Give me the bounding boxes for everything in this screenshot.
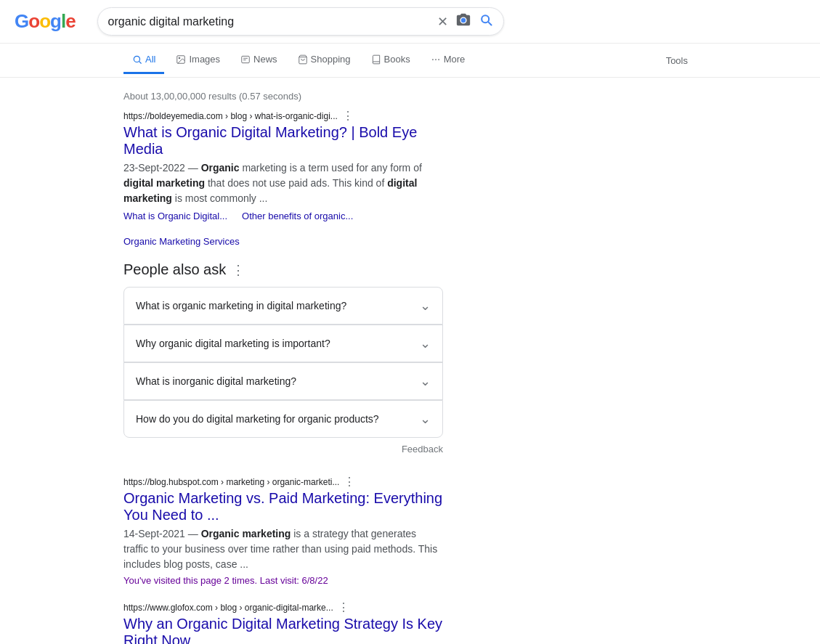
paa-question: How do you do digital marketing for orga…	[136, 413, 379, 425]
paa-item[interactable]: What is inorganic digital marketing? ⌄	[123, 362, 443, 400]
paa-item[interactable]: Why organic digital marketing is importa…	[123, 325, 443, 362]
sitelink-3[interactable]: Organic Marketing Services	[123, 236, 240, 247]
sitelinks: What is Organic Digital... Other benefit…	[123, 211, 443, 247]
sitelink-1[interactable]: What is Organic Digital...	[123, 211, 227, 221]
nav-item-images[interactable]: Images	[167, 46, 229, 74]
search-nav: All Images News Shopping Books More Tool…	[0, 44, 820, 78]
visited-note: You've visited this page 2 times. Last v…	[123, 575, 443, 586]
svg-point-9	[435, 59, 437, 60]
svg-point-3	[179, 57, 181, 59]
chevron-down-icon: ⌄	[420, 373, 431, 389]
chevron-down-icon: ⌄	[420, 411, 431, 427]
people-also-ask: People also ask ⋮ What is organic market…	[123, 261, 443, 460]
nav-label-more: More	[444, 54, 466, 65]
nav-item-more[interactable]: More	[422, 46, 474, 74]
paa-list: What is organic marketing in digital mar…	[123, 287, 443, 438]
url-text: https://blog.hubspot.com › marketing › o…	[123, 477, 339, 487]
logo-letter-e: e	[65, 10, 75, 32]
result-url: https://blog.hubspot.com › marketing › o…	[123, 475, 443, 489]
paa-item[interactable]: What is organic marketing in digital mar…	[123, 287, 443, 325]
paa-title: People also ask	[123, 261, 226, 278]
main-content: About 13,00,00,000 results (0.57 seconds…	[0, 78, 567, 644]
feedback-link[interactable]: Feedback	[402, 444, 443, 455]
result-item: https://boldeyemedia.com › blog › what-i…	[123, 109, 443, 247]
results-count: About 13,00,00,000 results (0.57 seconds…	[123, 83, 443, 109]
nav-label-news: News	[253, 54, 277, 65]
paa-item[interactable]: How do you do digital marketing for orga…	[123, 400, 443, 438]
paa-question: Why organic digital marketing is importa…	[136, 338, 330, 349]
paa-options-icon[interactable]: ⋮	[232, 262, 245, 278]
nav-item-shopping[interactable]: Shopping	[289, 46, 360, 74]
logo-letter-g: G	[15, 10, 28, 32]
snippet-date: 23-Sept-2022	[123, 162, 185, 174]
nav-label-shopping: Shopping	[311, 54, 351, 65]
svg-point-8	[432, 59, 434, 60]
snippet-date: 14-Sept-2021	[123, 528, 185, 539]
search-input[interactable]: organic digital marketing	[108, 15, 430, 28]
logo-letter-o2: o	[39, 10, 50, 32]
result-url: https://www.glofox.com › blog › organic-…	[123, 600, 443, 614]
paa-question: What is organic marketing in digital mar…	[136, 300, 346, 311]
chevron-down-icon: ⌄	[420, 298, 431, 314]
paa-header: People also ask ⋮	[123, 261, 443, 278]
search-button[interactable]	[479, 12, 493, 30]
result-snippet: 23-Sept-2022 — Organic marketing is a te…	[123, 160, 443, 206]
paa-question: What is inorganic digital marketing?	[136, 375, 296, 387]
nav-item-news[interactable]: News	[232, 46, 286, 74]
nav-label-all: All	[145, 54, 155, 65]
result-url: https://boldeyemedia.com › blog › what-i…	[123, 109, 443, 123]
result-title-link[interactable]: What is Organic Digital Marketing? | Bol…	[123, 124, 443, 158]
result-item: https://www.glofox.com › blog › organic-…	[123, 600, 443, 644]
url-text: https://www.glofox.com › blog › organic-…	[123, 603, 333, 613]
snippet-dash: —	[185, 162, 201, 174]
nav-label-books: Books	[384, 54, 410, 65]
kebab-menu-icon[interactable]: ⋮	[342, 109, 354, 123]
chevron-down-icon: ⌄	[420, 335, 431, 351]
url-text: https://boldeyemedia.com › blog › what-i…	[123, 111, 338, 121]
nav-label-images: Images	[189, 54, 220, 65]
camera-search-button[interactable]	[455, 12, 471, 30]
tools-button[interactable]: Tools	[657, 48, 697, 73]
kebab-menu-icon[interactable]: ⋮	[338, 600, 349, 614]
result-snippet: 14-Sept-2021 — Organic marketing is a st…	[123, 526, 443, 572]
search-bar: organic digital marketing ✕	[97, 7, 504, 36]
snippet-dash: —	[185, 528, 201, 539]
logo-letter-g2: g	[50, 10, 61, 32]
feedback-row: Feedback	[123, 438, 443, 460]
svg-line-1	[139, 61, 142, 63]
sitelink-2[interactable]: Other benefits of organic...	[242, 211, 353, 221]
kebab-menu-icon[interactable]: ⋮	[344, 475, 355, 489]
logo-letter-o1: o	[28, 10, 39, 32]
nav-item-books[interactable]: Books	[362, 46, 419, 74]
result-title-link[interactable]: Why an Organic Digital Marketing Strateg…	[123, 616, 443, 644]
svg-point-10	[438, 59, 439, 60]
google-logo[interactable]: Google	[15, 10, 76, 33]
nav-item-all[interactable]: All	[123, 46, 164, 74]
svg-rect-4	[242, 56, 250, 62]
result-title-link[interactable]: Organic Marketing vs. Paid Marketing: Ev…	[123, 490, 443, 523]
result-item: https://blog.hubspot.com › marketing › o…	[123, 475, 443, 586]
clear-icon[interactable]: ✕	[437, 14, 448, 30]
header: Google organic digital marketing ✕	[0, 0, 820, 44]
